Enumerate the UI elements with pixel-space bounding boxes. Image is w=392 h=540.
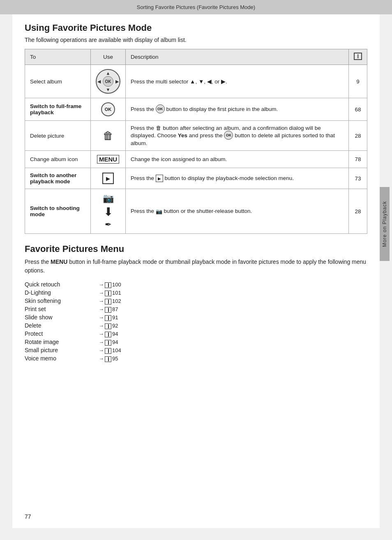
- table-row: Switch to shooting mode 📷 ⬇✒ Press the 📷…: [25, 189, 367, 234]
- row-desc: Press the OK button to display the first…: [126, 98, 349, 121]
- book-ref-icon: [354, 53, 362, 60]
- list-item: Quick retouch: [25, 281, 99, 288]
- list-item: Rotate image: [25, 338, 99, 346]
- row-to: Change album icon: [25, 151, 91, 168]
- list-item: Skin softening: [25, 297, 99, 305]
- side-tab-text: More on Playback: [382, 201, 387, 247]
- header-title: Sorting Favorite Pictures (Favorite Pict…: [137, 4, 255, 10]
- list-item: Protect: [25, 330, 99, 337]
- col-header-ref: [349, 49, 367, 65]
- trash-icon: 🗑: [103, 129, 113, 142]
- shooting-icons: 📷 ⬇✒: [96, 193, 120, 229]
- list-item-ref: → 100: [99, 281, 367, 288]
- row-desc: Press the ▶ button to display the playba…: [126, 168, 349, 189]
- shutter-icon: ⬇✒: [104, 206, 113, 229]
- camera-icon: 📷: [103, 193, 114, 204]
- playback-icon: ▶: [102, 173, 114, 184]
- page-content: Using Favorite Pictures Mode The followi…: [12, 14, 380, 528]
- list-item: D-Lighting: [25, 289, 99, 296]
- row-ref: 9: [349, 65, 367, 98]
- list-item: Print set: [25, 305, 99, 313]
- page-header: Sorting Favorite Pictures (Favorite Pict…: [0, 0, 392, 14]
- list-item-ref: → 91: [99, 314, 367, 321]
- col-header-use: Use: [91, 49, 126, 65]
- ok-button-icon: OK: [101, 102, 115, 116]
- row-ref: 68: [349, 98, 367, 121]
- section2-intro: Press the MENU button in full-frame play…: [25, 258, 367, 275]
- row-use: 🗑: [91, 121, 126, 151]
- table-row: Change album icon MENU Change the icon a…: [25, 151, 367, 168]
- section1-title: Using Favorite Pictures Mode: [25, 23, 367, 33]
- row-use: ▲ ▼ ◀ ▶ OK: [91, 65, 126, 98]
- menu-icon: MENU: [97, 155, 119, 164]
- list-item-ref: → 92: [99, 322, 367, 329]
- section1-intro: The following operations are available w…: [25, 37, 367, 43]
- col-header-desc: Description: [126, 49, 349, 65]
- row-to: Switch to shooting mode: [25, 189, 91, 234]
- list-item-ref: → 94: [99, 338, 367, 346]
- table-row: Switch to full-frame playback OK Press t…: [25, 98, 367, 121]
- row-use: OK: [91, 98, 126, 121]
- list-item: Slide show: [25, 314, 99, 321]
- list-item: Delete: [25, 322, 99, 329]
- row-to: Switch to another playback mode: [25, 168, 91, 189]
- ok-dial-icon: ▲ ▼ ◀ ▶ OK: [96, 69, 120, 94]
- section2-title: Favorite Pictures Menu: [25, 244, 367, 254]
- row-desc: Press the multi selector ▲, ▼, ◀, or ▶.: [126, 65, 349, 98]
- list-item-ref: → 95: [99, 355, 367, 362]
- list-item-ref: → 104: [99, 346, 367, 354]
- list-item: Voice memo: [25, 355, 99, 362]
- list-item-ref: → 101: [99, 289, 367, 296]
- list-item-ref: → 87: [99, 305, 367, 313]
- row-ref: 78: [349, 151, 367, 168]
- col-header-to: To: [25, 49, 91, 65]
- row-use: ▶: [91, 168, 126, 189]
- row-use: MENU: [91, 151, 126, 168]
- main-table: To Use Description Select album: [25, 49, 367, 234]
- list-item-ref: → 94: [99, 330, 367, 337]
- row-use: 📷 ⬇✒: [91, 189, 126, 234]
- row-to: Switch to full-frame playback: [25, 98, 91, 121]
- row-to: Delete picture: [25, 121, 91, 151]
- list-item: Small picture: [25, 346, 99, 354]
- table-row: Select album ▲ ▼ ◀ ▶ OK Press the: [25, 65, 367, 98]
- side-tab: More on Playback: [380, 187, 390, 261]
- list-item-ref: → 102: [99, 297, 367, 305]
- table-row: Switch to another playback mode ▶ Press …: [25, 168, 367, 189]
- row-ref: 73: [349, 168, 367, 189]
- row-desc: Press the 📷 button or the shutter-releas…: [126, 189, 349, 234]
- page-number: 77: [25, 513, 31, 520]
- row-ref: 28: [349, 189, 367, 234]
- table-row: Delete picture 🗑 Press the 🗑 button afte…: [25, 121, 367, 151]
- row-desc: Press the 🗑 button after selecting an al…: [126, 121, 349, 151]
- row-to: Select album: [25, 65, 91, 98]
- menu-list: Quick retouch → 100 D-Lighting → 101 Ski…: [25, 281, 367, 362]
- row-desc: Change the icon assigned to an album.: [126, 151, 349, 168]
- row-ref: 28: [349, 121, 367, 151]
